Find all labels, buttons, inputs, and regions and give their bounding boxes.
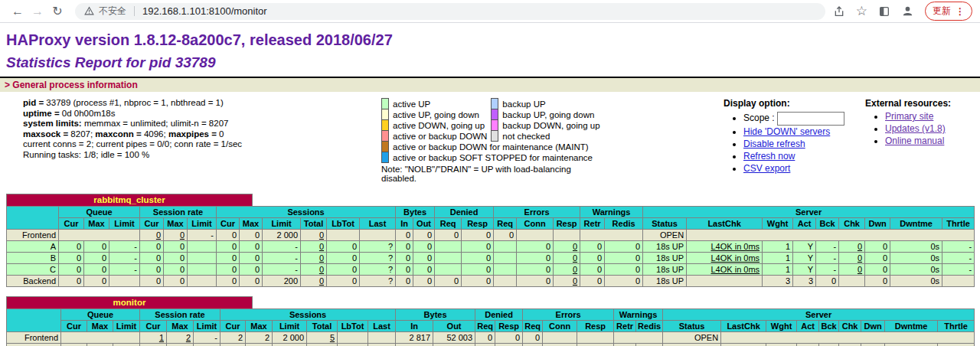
stat-cell: 0 [61,344,87,346]
column-group-bytes: Bytes [396,309,475,321]
column-header: Cur [140,321,167,332]
scope-input[interactable] [777,112,844,126]
column-group-bytes: Bytes [396,207,435,218]
address-bar[interactable]: 不安全 192.168.1.101:8100/monitor [75,3,825,20]
link-disable-refresh[interactable]: Disable refresh [743,139,805,149]
stat-cell [494,264,517,276]
link-refresh-now[interactable]: Refresh now [743,151,795,162]
share-icon[interactable] [833,5,845,18]
stat-cell: L4OK in 0ms [687,241,763,253]
chrome-update-button[interactable]: 更新 ⋮ [925,2,972,21]
link-online-manual[interactable]: Online manual [885,135,944,146]
row-name-link[interactable]: Frontend [24,333,58,342]
stat-cell: 52 003 [433,332,475,344]
url-text[interactable]: 192.168.1.101:8100/monitor [142,5,267,17]
stat-cell [938,344,975,346]
column-header: Resp [462,218,494,230]
stat-cell: 0 [164,276,188,287]
link-primary-site[interactable]: Primary site [885,111,933,122]
row-name-link[interactable]: A [51,242,56,251]
stat-cell: 0 [84,264,109,276]
stat-cell: 0 [819,344,839,346]
kebab-menu-icon[interactable]: ⋮ [956,6,965,17]
stat-cell: 0 [59,253,84,264]
stat-cell: 0 [495,344,523,346]
column-header: Dwn [861,321,885,332]
stat-cell [188,253,217,264]
stat-cell: L4OK in 0ms [687,253,763,264]
stat-cell [721,332,975,344]
column-header: Limit [263,218,301,230]
column-group-server: Server [663,309,975,321]
profile-avatar-icon[interactable] [901,5,914,18]
stat-cell: 52 003 [433,344,475,346]
legend-note: Note: "NOLB"/"DRAIN" = UP with load-bala… [381,165,605,183]
stat-cell: 18s UP [643,253,687,264]
column-header: Cur [220,321,246,332]
column-header: Chk [839,218,865,230]
stat-cell [435,253,462,264]
column-header: Resp [554,218,580,230]
back-icon[interactable]: ← [8,5,28,18]
external-resources: External resources: Primary siteUpdates … [865,98,980,183]
side-panel-icon[interactable] [878,5,890,18]
row-name-link[interactable]: Backend [23,276,56,286]
stat-cell: 0 [140,344,167,346]
link-hide-down-servers[interactable]: Hide 'DOWN' servers [743,126,830,137]
proxy-name-title[interactable]: rabbitmq_cluster [6,194,253,206]
legend-swatch [382,99,389,109]
stat-cell: 0 [580,241,605,253]
proxy-name-title[interactable]: monitor [6,296,253,308]
column-header: Cur [140,218,164,230]
stat-cell: 0 [462,276,494,287]
column-group-denied: Denied [435,207,494,218]
stat-cell: 1 [763,241,793,253]
forward-icon[interactable]: → [28,5,47,18]
stat-cell: 2 [246,332,273,344]
external-resources-heading: External resources: [865,98,975,109]
column-header: Status [643,218,687,230]
stat-cell: 0 [396,241,413,253]
column-header: Resp [495,321,523,332]
column-header: Bck [819,321,839,332]
stat-cell: 0 [605,276,643,287]
column-header: Limit [194,321,220,332]
link-updates-v1-8-[interactable]: Updates (v1.8) [885,123,946,134]
column-header: Conn [517,218,554,230]
column-header: In [396,218,413,230]
table-row-b: B00-0000-00?000000018s UPL4OK in 0ms1Y-0… [7,253,975,264]
column-header: Conn [543,321,577,332]
row-name-link[interactable]: B [51,253,56,263]
stat-cell: 200 [273,344,307,346]
legend-swatch [382,152,389,163]
stat-cell: - [942,241,975,253]
row-name-cell: Backend [7,344,61,346]
stat-cell: 0 [495,332,523,344]
row-name-link[interactable]: C [50,265,56,274]
reload-icon[interactable]: ↻ [47,4,67,18]
link-item: Disable refresh [743,138,865,150]
display-options: Display option: Scope : Hide 'DOWN' serv… [724,98,865,183]
stat-cell: OPEN [663,332,721,344]
stat-cell [188,264,217,276]
row-name-cell: Frontend [7,230,59,241]
link-csv-export[interactable]: CSV export [743,163,790,174]
stat-cell: 0 [413,264,435,276]
stat-cell [194,344,220,346]
stat-cell: 0 [605,253,643,264]
stat-cell: 0 [494,230,517,241]
stat-cell: 0 [413,241,435,253]
stat-cell: 0 [517,264,554,276]
stat-cell: 0 [865,241,890,253]
haproxy-version-link[interactable]: HAProxy version 1.8.12-8a200c7, released… [6,31,393,48]
not-secure-label[interactable]: 不安全 [99,5,126,18]
stat-cell: 0 [577,344,614,346]
row-name-link[interactable]: Frontend [22,230,56,240]
bookmark-star-icon[interactable]: ☆ [856,5,867,18]
stat-cell: - [942,264,975,276]
stat-cell: 0 [240,241,263,253]
stat-cell: 0 [84,276,109,287]
stat-cell [338,332,368,344]
stat-cell: 18s UP [643,264,687,276]
column-header: Limit [188,218,217,230]
